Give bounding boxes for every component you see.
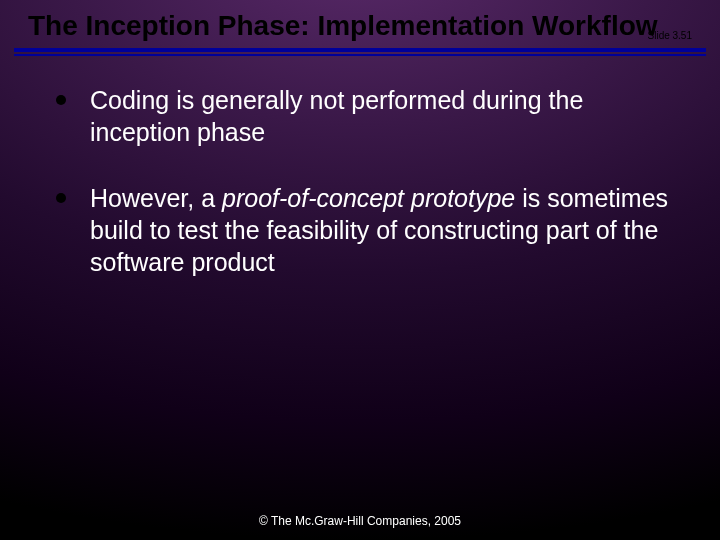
bullet-icon [56, 95, 66, 105]
bullet-icon [56, 193, 66, 203]
list-item: Coding is generally not performed during… [56, 84, 680, 148]
bullet-text: Coding is generally not performed during… [90, 84, 680, 148]
slide-number: Slide 3.51 [648, 30, 692, 41]
bullet-text-pre: However, a [90, 184, 222, 212]
content-area: Coding is generally not performed during… [0, 56, 720, 278]
bullet-text-em: proof-of-concept prototype [222, 184, 515, 212]
footer-copyright: © The Mc.Graw-Hill Companies, 2005 [0, 514, 720, 528]
title-underline [14, 48, 706, 56]
slide-title: The Inception Phase: Implementation Work… [28, 10, 692, 42]
list-item: However, a proof-of-concept prototype is… [56, 182, 680, 278]
title-area: The Inception Phase: Implementation Work… [0, 0, 720, 42]
bullet-text: However, a proof-of-concept prototype is… [90, 182, 680, 278]
